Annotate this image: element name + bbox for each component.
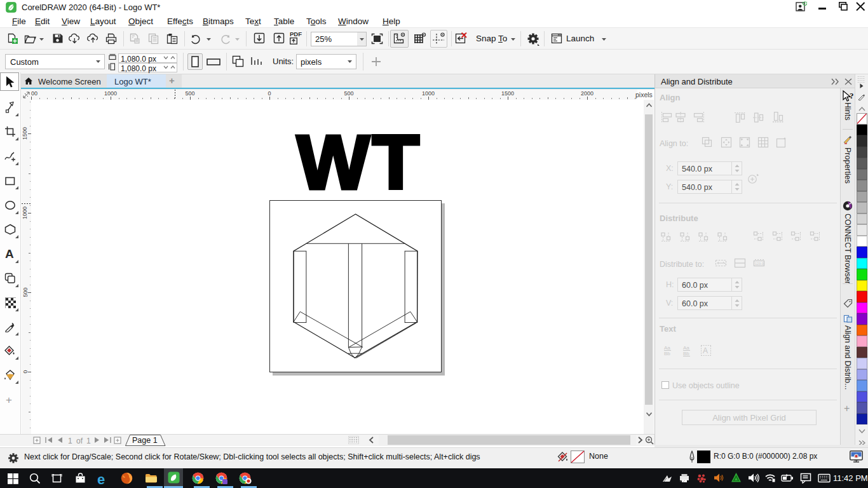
svg-text:?: ? xyxy=(850,91,854,100)
svg-text:123.0: 123.0 xyxy=(755,262,764,266)
svg-text:Aa: Aa xyxy=(683,345,689,351)
svg-text:A: A xyxy=(703,346,708,355)
svg-text:Bb: Bb xyxy=(664,351,670,356)
svg-text:Bb: Bb xyxy=(683,351,689,356)
svg-text:Aa: Aa xyxy=(664,345,670,351)
